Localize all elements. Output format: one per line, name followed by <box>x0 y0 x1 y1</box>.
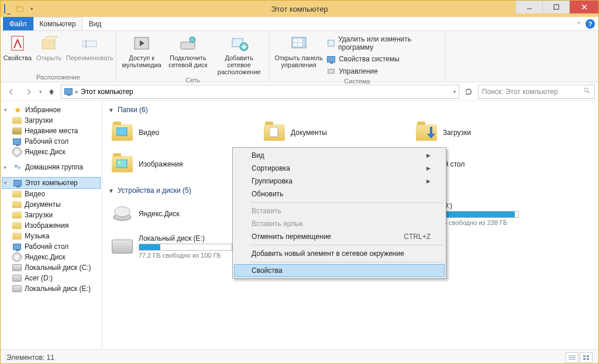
svg-rect-39 <box>583 355 586 357</box>
view-icons-button[interactable] <box>580 352 593 363</box>
ribbon-group-system: Открыть панель управления Удалить или из… <box>270 31 445 82</box>
nav-bar: ▾ ▸ Этот компьютер ▾ Поиск: Этот компьют… <box>1 82 598 101</box>
tree-pictures[interactable]: Изображения <box>2 220 101 231</box>
svg-point-28 <box>15 165 18 168</box>
collapse-icon: ▼ <box>108 188 114 194</box>
nav-forward-button[interactable] <box>22 85 36 99</box>
nav-history-dropdown[interactable]: ▾ <box>39 89 42 95</box>
search-box[interactable]: Поиск: Этот компьютер <box>478 85 595 99</box>
ribbon-group-label-system: Система <box>274 78 440 85</box>
cm-item-add-net-element[interactable]: Добавить новый элемент в сетевое окружен… <box>234 247 445 260</box>
app-icon <box>4 5 12 13</box>
tree-yadisk2[interactable]: Яндекс.Диск <box>2 252 101 262</box>
ribbon-uninstall-item[interactable]: Удалить или изменить программу <box>326 34 440 52</box>
ribbon-sys-props-item[interactable]: Свойства системы <box>326 54 440 64</box>
view-details-button[interactable] <box>566 352 579 363</box>
tree-music[interactable]: Музыка <box>2 231 101 241</box>
tree-yadisk[interactable]: Яндекс.Диск <box>2 147 101 157</box>
breadcrumb-location[interactable]: Этот компьютер <box>81 88 133 96</box>
tree-local-c[interactable]: Локальный диск (C:) <box>2 262 101 273</box>
tree-acer-d[interactable]: Acer (D:) <box>2 273 101 283</box>
navigation-tree[interactable]: ▾★Избранное Загрузки Недавние места Рабо… <box>1 101 102 349</box>
maximize-button[interactable] <box>542 1 569 13</box>
ribbon-add-netloc-button[interactable]: Добавить сетевое расположение <box>214 33 264 75</box>
tree-recent[interactable]: Недавние места <box>2 126 101 136</box>
add-netloc-icon <box>229 33 249 53</box>
tab-file[interactable]: Файл <box>3 17 33 30</box>
ribbon-group-location: Свойства Открыть Переименовать Расположе… <box>1 31 116 82</box>
svg-rect-24 <box>328 70 335 74</box>
rename-icon <box>80 33 99 53</box>
yadisk-icon <box>12 147 22 157</box>
nav-back-button[interactable] <box>4 85 18 99</box>
tree-desktop2[interactable]: Рабочий стол <box>2 241 101 252</box>
svg-rect-12 <box>181 42 195 49</box>
nav-up-button[interactable] <box>46 86 57 98</box>
tree-documents[interactable]: Документы <box>2 199 101 210</box>
ribbon-map-drive-button[interactable]: Подключить сетевой диск <box>167 33 209 75</box>
uninstall-icon <box>326 39 335 48</box>
svg-rect-19 <box>294 39 297 42</box>
usage-bar-e <box>139 244 232 251</box>
svg-rect-42 <box>587 358 589 360</box>
cm-item-group[interactable]: Группировка▶ <box>234 175 445 188</box>
submenu-arrow-icon: ▶ <box>426 165 431 171</box>
ribbon: Свойства Открыть Переименовать Расположе… <box>1 31 598 82</box>
tree-desktop[interactable]: Рабочий стол <box>2 136 101 147</box>
ribbon-group-network: Доступ к мультимедиа Подключить сетевой … <box>116 31 270 82</box>
tree-homegroup[interactable]: ▸Домашняя группа <box>2 162 101 172</box>
ribbon-collapse-icon[interactable]: ⌃ <box>576 21 581 27</box>
status-count: Элементов: 11 <box>6 353 54 362</box>
tree-favorites[interactable]: ▾★Избранное <box>2 105 101 115</box>
cm-item-undo-move[interactable]: Отменить перемещениеCTRL+Z <box>234 230 445 243</box>
help-icon[interactable]: ? <box>586 19 595 29</box>
folder-item-documents[interactable]: Документы <box>260 119 412 147</box>
ribbon-properties-button[interactable]: Свойства <box>4 33 32 61</box>
submenu-arrow-icon: ▶ <box>426 178 431 184</box>
folder-icon <box>12 200 22 209</box>
tab-view[interactable]: Вид <box>82 17 108 30</box>
svg-rect-1 <box>17 6 19 8</box>
qat-dropdown-icon[interactable]: ▾ <box>27 5 36 13</box>
minimize-button[interactable] <box>515 1 542 13</box>
folder-item-downloads[interactable]: Загрузки <box>412 119 564 147</box>
close-button[interactable] <box>569 1 598 13</box>
ribbon-control-panel-button[interactable]: Открыть панель управления <box>274 33 323 77</box>
tab-computer[interactable]: Компьютер <box>33 17 82 30</box>
drive-icon <box>111 235 134 258</box>
section-folders-header[interactable]: ▼Папки (6) <box>108 106 593 114</box>
cm-item-refresh[interactable]: Обновить <box>234 188 445 200</box>
svg-point-13 <box>190 37 195 43</box>
collapse-icon: ▼ <box>108 107 114 113</box>
context-menu: Вид▶ Сортировка▶ Группировка▶ Обновить В… <box>232 147 446 279</box>
tree-downloads2[interactable]: Загрузки <box>2 210 101 220</box>
ribbon-media-access-button[interactable]: Доступ к мультимедиа <box>121 33 162 75</box>
tree-local-e[interactable]: Локальный диск (E:) <box>2 283 101 294</box>
cm-item-sort[interactable]: Сортировка▶ <box>234 162 445 175</box>
svg-rect-23 <box>328 40 334 47</box>
nav-refresh-button[interactable] <box>463 86 474 98</box>
tree-videos[interactable]: Видео <box>2 189 101 199</box>
cm-item-properties[interactable]: Свойства <box>234 264 445 277</box>
cm-separator <box>250 262 443 262</box>
window-title: Этот компьютер <box>1 5 598 13</box>
tree-this-pc[interactable]: ▾Этот компьютер <box>2 177 101 189</box>
ribbon-manage-item[interactable]: Управление <box>326 66 440 77</box>
breadcrumb-pc-icon <box>64 87 73 96</box>
desktop-icon <box>12 242 22 251</box>
cm-item-view[interactable]: Вид▶ <box>234 149 445 162</box>
svg-point-35 <box>115 207 130 217</box>
svg-rect-32 <box>116 160 127 168</box>
breadcrumb[interactable]: ▸ Этот компьютер ▾ <box>61 85 459 99</box>
folder-item-videos[interactable]: Видео <box>108 119 260 147</box>
tree-downloads[interactable]: Загрузки <box>2 115 101 126</box>
folder-icon <box>12 116 22 125</box>
folder-icon <box>12 189 22 199</box>
svg-rect-31 <box>270 127 278 137</box>
svg-rect-41 <box>583 358 586 360</box>
qat-new-folder-icon[interactable] <box>16 5 24 13</box>
recent-icon <box>12 126 22 136</box>
breadcrumb-dropdown-icon[interactable]: ▾ <box>453 89 456 95</box>
folder-icon <box>12 210 22 220</box>
breadcrumb-sep-icon: ▸ <box>75 88 78 95</box>
